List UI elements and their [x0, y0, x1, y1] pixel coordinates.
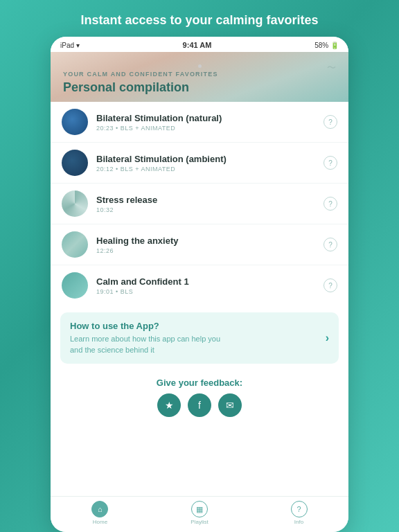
- nav-label-home: Home: [93, 519, 107, 525]
- feedback-title: Give your feedback:: [51, 378, 348, 388]
- track-meta: 12:26: [96, 247, 315, 254]
- status-bar: iPad ▾ 9:41 AM 58% 🔋: [51, 37, 348, 52]
- track-meta: 20:23 • BLS + ANIMATED: [96, 125, 315, 132]
- status-time: 9:41 AM: [183, 41, 212, 49]
- nav-item-info[interactable]: ? Info: [291, 501, 308, 525]
- ipad-label: iPad ▾: [60, 42, 80, 49]
- track-avatar: [62, 272, 88, 299]
- track-item[interactable]: Calm and Confident 1 19:01 • BLS ?: [51, 265, 348, 305]
- feedback-section: Give your feedback: ★f✉: [51, 371, 348, 423]
- track-name: Calm and Confident 1: [96, 276, 315, 287]
- device-frame: iPad ▾ 9:41 AM 58% 🔋 YOUR CALM AND CONFI…: [51, 37, 348, 532]
- nav-item-playlist[interactable]: ▦ Playlist: [190, 501, 208, 525]
- track-info: Stress release 10:32: [96, 195, 315, 213]
- track-avatar: [62, 150, 88, 176]
- battery-label: 58% 🔋: [314, 42, 339, 49]
- feedback-email-button[interactable]: ✉: [218, 393, 242, 417]
- nav-label-playlist: Playlist: [190, 519, 208, 525]
- nav-label-info: Info: [294, 519, 303, 525]
- track-meta: 19:01 • BLS: [96, 288, 315, 295]
- feedback-facebook-button[interactable]: f: [188, 393, 211, 417]
- track-name: Healing the anxiety: [96, 236, 315, 246]
- hero-birds: 〜: [327, 62, 336, 74]
- help-card-title: How to use the App?: [70, 321, 222, 331]
- track-name: Bilateral Stimulation (natural): [96, 113, 315, 123]
- track-info-icon[interactable]: ?: [323, 156, 337, 170]
- track-avatar: [62, 231, 88, 258]
- help-arrow-icon[interactable]: ›: [326, 332, 329, 344]
- track-info-icon[interactable]: ?: [323, 115, 337, 129]
- track-list: Bilateral Stimulation (natural) 20:23 • …: [51, 102, 348, 496]
- help-card[interactable]: How to use the App? Learn more about how…: [60, 312, 339, 364]
- track-info: Bilateral Stimulation (natural) 20:23 • …: [96, 113, 315, 132]
- feedback-buttons: ★f✉: [51, 393, 348, 417]
- nav-icon-playlist: ▦: [191, 501, 208, 517]
- track-item[interactable]: Bilateral Stimulation (ambient) 20:12 • …: [51, 143, 348, 184]
- track-info: Healing the anxiety 12:26: [96, 236, 315, 254]
- track-info: Calm and Confident 1 19:01 • BLS: [96, 276, 315, 295]
- track-info-icon[interactable]: ?: [323, 197, 337, 211]
- nav-item-home[interactable]: ⌂ Home: [91, 501, 108, 525]
- track-item[interactable]: Healing the anxiety 12:26 ?: [51, 224, 348, 265]
- help-card-description: Learn more about how this app can help y…: [70, 334, 222, 355]
- track-item[interactable]: Stress release 10:32 ?: [51, 184, 348, 224]
- track-name: Bilateral Stimulation (ambient): [96, 154, 315, 164]
- hero-banner: YOUR CALM AND CONFIDENT FAVORITES Person…: [51, 52, 348, 102]
- nav-icon-info: ?: [291, 501, 308, 517]
- hero-title: Personal compilation: [63, 80, 336, 95]
- status-left: iPad ▾: [60, 42, 80, 49]
- track-avatar: [62, 109, 88, 135]
- page-title: Instant access to your calming favorites: [60, 0, 339, 37]
- track-meta: 10:32: [96, 206, 315, 213]
- track-info-icon[interactable]: ?: [323, 278, 337, 292]
- track-item[interactable]: Bilateral Stimulation (natural) 20:23 • …: [51, 102, 348, 143]
- dot-indicator: [198, 64, 202, 68]
- track-info: Bilateral Stimulation (ambient) 20:12 • …: [96, 154, 315, 172]
- nav-icon-home: ⌂: [91, 501, 108, 517]
- hero-subtitle: YOUR CALM AND CONFIDENT FAVORITES: [63, 71, 336, 78]
- track-avatar: [62, 190, 88, 217]
- help-card-content: How to use the App? Learn more about how…: [70, 321, 222, 355]
- bottom-nav: ⌂ Home ▦ Playlist ? Info: [51, 496, 348, 532]
- track-meta: 20:12 • BLS + ANIMATED: [96, 166, 315, 172]
- track-info-icon[interactable]: ?: [323, 238, 337, 251]
- status-right: 58% 🔋: [314, 42, 339, 49]
- track-name: Stress release: [96, 195, 315, 205]
- feedback-rate-button[interactable]: ★: [157, 393, 181, 417]
